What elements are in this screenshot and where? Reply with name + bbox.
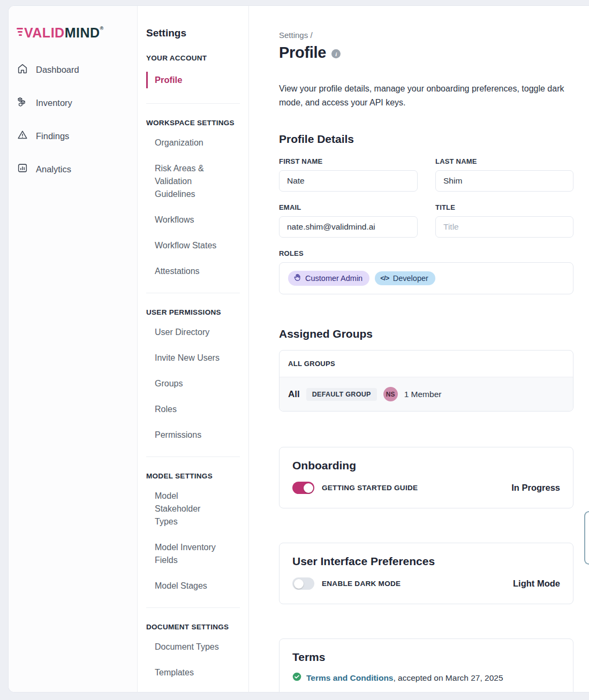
email-field[interactable] bbox=[279, 216, 418, 238]
settings-nav-panel: Settings YOUR ACCOUNT Profile WORKSPACE … bbox=[138, 6, 249, 692]
onboarding-heading: Onboarding bbox=[292, 459, 560, 472]
cubes-icon bbox=[17, 96, 28, 110]
app-window: VALIDMIND® Dashboard Inventory Findings … bbox=[8, 5, 589, 693]
terms-and-conditions-link[interactable]: Terms and Conditions bbox=[306, 673, 393, 682]
logo-mind: MIND bbox=[65, 25, 100, 40]
floating-side-tab[interactable] bbox=[584, 511, 589, 565]
last-name-field[interactable] bbox=[435, 170, 573, 192]
settings-nav-item-document-types[interactable]: Document Types bbox=[155, 641, 222, 653]
groups-column-header: ALL GROUPS bbox=[280, 351, 573, 377]
settings-nav-item-permissions[interactable]: Permissions bbox=[155, 429, 222, 442]
code-icon: </> bbox=[380, 275, 389, 282]
divider bbox=[146, 103, 240, 104]
toggle-knob bbox=[294, 579, 304, 589]
settings-nav-item-model-inventory-fields[interactable]: Model Inventory Fields bbox=[155, 541, 222, 567]
settings-nav-item-user-directory[interactable]: User Directory bbox=[155, 326, 222, 339]
settings-nav-item-invite-new-users[interactable]: Invite New Users bbox=[155, 352, 222, 364]
terms-line: Terms and Conditions, accepted on March … bbox=[292, 672, 560, 683]
ui-preferences-card: User Interface Preferences ENABLE DARK M… bbox=[279, 543, 573, 604]
settings-nav-item-block-library[interactable]: Block Library bbox=[155, 692, 222, 693]
settings-nav-item-workflow-states[interactable]: Workflow States bbox=[155, 239, 222, 252]
warning-triangle-icon bbox=[17, 129, 28, 143]
breadcrumb-settings[interactable]: Settings bbox=[279, 31, 308, 40]
page-description: View your profile details, manage your o… bbox=[279, 82, 571, 109]
app-sidebar: VALIDMIND® Dashboard Inventory Findings … bbox=[9, 6, 138, 692]
sidebar-item-findings[interactable]: Findings bbox=[17, 123, 137, 149]
member-count: 1 Member bbox=[404, 390, 442, 399]
sidebar-item-dashboard[interactable]: Dashboard bbox=[17, 57, 137, 82]
section-label-your-account: YOUR ACCOUNT bbox=[146, 54, 240, 62]
onboarding-card: Onboarding GETTING STARTED GUIDE In Prog… bbox=[279, 447, 573, 508]
terms-heading: Terms bbox=[292, 651, 560, 664]
home-icon bbox=[17, 63, 28, 77]
validmind-logo[interactable]: VALIDMIND® bbox=[17, 26, 137, 40]
roles-container: Customer Admin </> Developer bbox=[279, 262, 573, 294]
settings-nav-item-profile[interactable]: Profile bbox=[146, 72, 240, 88]
terms-line: AI Terms of Use, accepted on March 27, 2… bbox=[292, 692, 560, 693]
profile-form: FIRST NAME LAST NAME EMAIL TITLE bbox=[279, 146, 573, 238]
info-icon[interactable]: i bbox=[331, 49, 341, 58]
assigned-groups-heading: Assigned Groups bbox=[279, 328, 589, 340]
role-badge-label: Customer Admin bbox=[305, 274, 363, 283]
default-group-badge: DEFAULT GROUP bbox=[306, 388, 377, 401]
settings-nav-item-groups[interactable]: Groups bbox=[155, 377, 222, 390]
registered-mark: ® bbox=[100, 26, 104, 31]
enable-dark-mode-label: ENABLE DARK MODE bbox=[322, 580, 401, 588]
role-badge-developer[interactable]: </> Developer bbox=[375, 271, 435, 285]
hand-icon bbox=[293, 273, 301, 283]
settings-nav-item-risk-areas[interactable]: Risk Areas & Validation Guidelines bbox=[155, 162, 222, 201]
title-label: TITLE bbox=[435, 203, 573, 211]
group-row[interactable]: All DEFAULT GROUP NS 1 Member bbox=[280, 377, 573, 411]
sidebar-item-label: Analytics bbox=[36, 164, 71, 174]
last-name-label: LAST NAME bbox=[435, 157, 573, 165]
profile-details-heading: Profile Details bbox=[279, 133, 589, 146]
terms-accepted-text: , accepted on March 27, 2025 bbox=[393, 673, 503, 682]
roles-label: ROLES bbox=[279, 249, 589, 257]
settings-nav-item-workflows[interactable]: Workflows bbox=[155, 214, 222, 226]
main-content: Settings / Profile i View your profile d… bbox=[249, 6, 589, 692]
settings-nav-item-model-stages[interactable]: Model Stages bbox=[155, 580, 222, 592]
first-name-field[interactable] bbox=[279, 170, 418, 192]
settings-nav-item-templates[interactable]: Templates bbox=[155, 666, 222, 679]
check-circle-icon bbox=[292, 672, 301, 683]
section-label-user-permissions: USER PERMISSIONS bbox=[146, 308, 240, 316]
settings-nav-item-model-stakeholder-types[interactable]: Model Stakeholder Types bbox=[155, 490, 222, 528]
ui-mode-status: Light Mode bbox=[513, 579, 560, 589]
section-label-document-settings: DOCUMENT SETTINGS bbox=[146, 623, 240, 631]
getting-started-guide-toggle[interactable] bbox=[292, 482, 314, 494]
avatar[interactable]: NS bbox=[383, 387, 398, 401]
title-field[interactable] bbox=[435, 216, 573, 238]
breadcrumb: Settings / bbox=[279, 31, 589, 40]
sidebar-item-label: Findings bbox=[36, 131, 69, 141]
settings-nav-item-organization[interactable]: Organization bbox=[155, 136, 222, 149]
getting-started-guide-label: GETTING STARTED GUIDE bbox=[322, 484, 418, 492]
role-badge-customer-admin[interactable]: Customer Admin bbox=[288, 271, 369, 286]
sidebar-item-label: Dashboard bbox=[36, 65, 79, 75]
enable-dark-mode-toggle[interactable] bbox=[292, 577, 314, 590]
settings-nav-title: Settings bbox=[146, 27, 240, 39]
settings-nav-item-roles[interactable]: Roles bbox=[155, 403, 222, 416]
check-circle-icon bbox=[292, 692, 301, 693]
sidebar-item-inventory[interactable]: Inventory bbox=[17, 90, 137, 116]
sidebar-item-analytics[interactable]: Analytics bbox=[17, 156, 137, 182]
logo-text: VALIDMIND® bbox=[24, 26, 104, 40]
ui-preferences-heading: User Interface Preferences bbox=[292, 555, 560, 568]
logo-valid: VALID bbox=[24, 25, 65, 40]
group-name: All bbox=[288, 389, 300, 400]
divider bbox=[146, 607, 240, 608]
role-badge-label: Developer bbox=[393, 274, 428, 283]
page-title: Profile bbox=[279, 44, 326, 62]
settings-nav-item-attestations[interactable]: Attestations bbox=[155, 265, 222, 278]
assigned-groups-card: ALL GROUPS All DEFAULT GROUP NS 1 Member bbox=[279, 350, 573, 412]
terms-card: Terms Terms and Conditions, accepted on … bbox=[279, 638, 573, 693]
breadcrumb-separator: / bbox=[310, 31, 312, 40]
divider bbox=[146, 456, 240, 457]
logo-dashes-icon bbox=[17, 28, 23, 36]
section-label-model-settings: MODEL SETTINGS bbox=[146, 472, 240, 480]
email-label: EMAIL bbox=[279, 203, 418, 211]
sidebar-item-label: Inventory bbox=[36, 98, 72, 108]
toggle-knob bbox=[304, 483, 313, 493]
section-label-workspace-settings: WORKSPACE SETTINGS bbox=[146, 119, 240, 127]
bar-chart-icon bbox=[17, 162, 28, 176]
first-name-label: FIRST NAME bbox=[279, 157, 418, 165]
